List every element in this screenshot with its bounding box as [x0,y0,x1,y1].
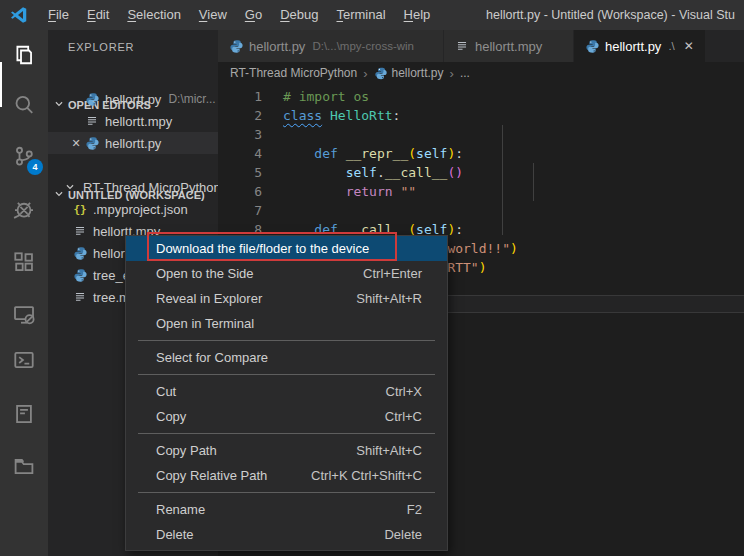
line-number: 4 [218,144,262,163]
line-number: 1 [218,87,262,106]
tab-label: hellortt.py [605,39,661,54]
menubar-item-go[interactable]: Go [236,0,271,30]
scm-badge: 4 [27,159,43,175]
close-icon[interactable]: ✕ [684,39,694,53]
chevron-down-icon [62,179,78,195]
menubar-item-edit[interactable]: Edit [78,0,118,30]
line-number: 3 [218,125,262,144]
code-line: 3 [218,125,744,144]
breadcrumb-item[interactable]: RT-Thread MicroPython [230,66,357,80]
menu-item-shortcut: F2 [407,502,422,517]
code-line: 7 [218,201,744,220]
menu-item-copy-path[interactable]: Copy PathShift+Alt+C [126,438,447,463]
open-editor-row[interactable]: hellortt.pyD:\micr... [48,88,218,110]
sidebar-title: EXPLORER [68,30,218,65]
code-line: 2class HelloRtt: [218,106,744,125]
file-label: hellortt.py [105,136,161,151]
menu-item-reveal-in-explorer[interactable]: Reveal in ExplorerShift+Alt+R [126,286,447,311]
menu-separator [138,433,435,434]
menu-item-label: Cut [156,384,386,399]
python-icon [228,38,244,54]
menubar-item-debug[interactable]: Debug [271,0,327,30]
file-label: hellortt.mpy [105,114,172,129]
menubar-item-terminal[interactable]: Terminal [327,0,394,30]
menu-separator [138,340,435,341]
python-icon [72,245,88,261]
menu-item-label: Delete [156,527,384,542]
menu-item-copy[interactable]: CopyCtrl+C [126,404,447,429]
menu-item-shortcut: Ctrl+X [386,384,422,399]
menu-item-select-for-compare[interactable]: Select for Compare [126,345,447,370]
menu-item-open-in-terminal[interactable]: Open in Terminal [126,311,447,336]
vscode-window: FileEditSelectionViewGoDebugTerminalHelp… [0,0,744,556]
menu-item-shortcut: Shift+Alt+C [356,443,422,458]
tab-desc: .\ [668,40,674,52]
tree-folder-row[interactable]: RT-Thread MicroPython [48,176,218,198]
json-icon: {} [72,201,88,217]
code-indent-guide [533,163,534,201]
breadcrumb-item[interactable]: hellortt.py [392,66,444,80]
activity-debug-icon[interactable] [0,185,48,233]
open-editor-row[interactable]: hellortt.mpy [48,110,218,132]
python-icon [84,135,100,151]
tree-item-label: RT-Thread MicroPython [83,180,218,195]
mpy-file-icon [72,289,88,305]
file-path-desc: D:\micr... [168,92,215,106]
close-icon[interactable]: ✕ [68,137,84,150]
editor-tab-3[interactable]: hellortt.py.\✕ [574,30,706,62]
editor-tab-2[interactable]: hellortt.mpy [444,30,574,62]
menu-item-rename[interactable]: RenameF2 [126,497,447,522]
breadcrumb-item[interactable]: ... [460,66,470,80]
file-label: hellortt.py [105,92,161,107]
editor-tab-1[interactable]: hellortt.pyD:\...\mpy-cross-win [218,30,444,62]
mpy-file-icon [454,38,470,54]
tab-bar: hellortt.pyD:\...\mpy-cross-winhellortt.… [218,30,744,62]
menu-item-shortcut: Ctrl+C [385,409,422,424]
menubar-item-file[interactable]: File [39,0,78,30]
line-number: 7 [218,201,262,220]
title-bar: FileEditSelectionViewGoDebugTerminalHelp… [0,0,744,30]
activity-search-icon[interactable] [0,81,48,129]
tab-desc: D:\...\mpy-cross-win [312,40,414,52]
menu-item-open-to-the-side[interactable]: Open to the SideCtrl+Enter [126,261,447,286]
activity-bar: 4 [0,30,48,556]
menu-separator [138,374,435,375]
mpy-file-icon [72,223,88,239]
code-line: 5 self.__call__() [218,163,744,182]
tree-file-row[interactable]: {}.mpyproject.json [48,198,218,220]
activity-extensions-icon[interactable] [0,238,48,286]
breadcrumb[interactable]: RT-Thread MicroPython›hellortt.py›... [218,62,744,84]
menu-item-label: Copy [156,409,385,424]
context-menu: Download the file/floder to the deviceOp… [125,235,448,551]
menu-item-download-the-file-floder-to-the-device[interactable]: Download the file/floder to the device [126,236,447,261]
code-indent-guide [502,125,503,235]
code-line: 4 def __repr__(self): [218,144,744,163]
menubar: FileEditSelectionViewGoDebugTerminalHelp [39,0,439,30]
menubar-item-selection[interactable]: Selection [118,0,189,30]
activity-files-icon[interactable] [0,31,48,79]
open-editor-row[interactable]: ✕hellortt.py [48,132,218,154]
menu-item-cut[interactable]: CutCtrl+X [126,379,447,404]
code-line: 6 return "" [218,182,744,201]
python-icon [72,267,88,283]
activity-notebook-icon[interactable] [0,390,48,438]
menu-item-copy-relative-path[interactable]: Copy Relative PathCtrl+K Ctrl+Shift+C [126,463,447,488]
python-icon [584,38,600,54]
menu-item-shortcut: Ctrl+Enter [363,266,422,281]
menubar-item-help[interactable]: Help [395,0,440,30]
menu-item-label: Copy Relative Path [156,468,311,483]
python-icon [374,66,388,80]
activity-source-control-icon[interactable]: 4 [0,132,48,180]
menu-item-label: Download the file/floder to the device [156,241,422,256]
tab-label: hellortt.py [249,39,305,54]
activity-folder-icon[interactable] [0,442,48,490]
menubar-item-view[interactable]: View [190,0,236,30]
vscode-logo-icon[interactable] [9,5,29,25]
menu-separator [138,492,435,493]
line-number: 2 [218,106,262,125]
menu-item-shortcut: Delete [384,527,422,542]
activity-remote-icon[interactable] [0,290,48,338]
menu-item-delete[interactable]: DeleteDelete [126,522,447,547]
activity-powershell-icon[interactable] [0,336,48,384]
menu-item-shortcut: Ctrl+K Ctrl+Shift+C [311,468,422,483]
